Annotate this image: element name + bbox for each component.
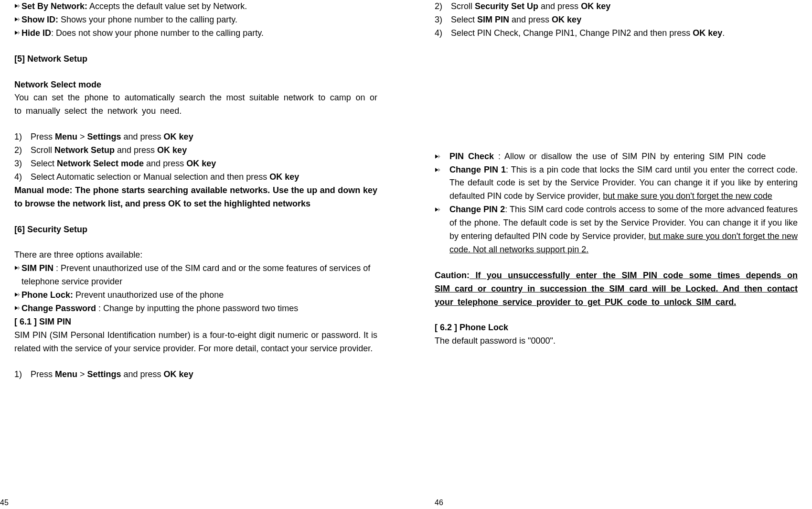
section-6-2-body: The default password is "0000". (435, 335, 798, 348)
arrow-icon (14, 30, 21, 36)
arrow-icon (435, 167, 441, 173)
pin-bullets: PIN Check : Allow or disallow the use of… (435, 150, 798, 257)
list-item: 2)Scroll Network Setup and press OK key (14, 144, 377, 157)
bullet-text: Change PIN 2: This SIM card code control… (449, 203, 798, 257)
list-item: 4)Select PIN Check, Change PIN1, Change … (435, 27, 798, 40)
page-number: 45 (0, 497, 9, 509)
bullet-change-password: Change Password : Change by inputting th… (14, 302, 377, 315)
section-5-heading: [5] Network Setup (14, 53, 377, 66)
page-right: 2)Scroll Security Set Up and press OK ke… (406, 0, 812, 509)
section-6-2-heading: [ 6.2 ] Phone Lock (435, 321, 798, 335)
bullet-change-pin2: Change PIN 2: This SIM card code control… (435, 203, 798, 257)
network-select-mode-body: You can set the phone to automatically s… (14, 91, 377, 118)
bullet-text: Phone Lock: Prevent unauthorized use of … (21, 289, 224, 302)
list-item: 4)Select Automatic selection or Manual s… (14, 171, 377, 184)
arrow-icon (435, 153, 441, 160)
arrow-icon (14, 3, 21, 9)
bullet-hide-id: Hide ID: Does not show your phone number… (14, 27, 377, 40)
network-steps: 1)Press Menu > Settings and press OK key… (14, 130, 377, 184)
list-item: 3)Select Network Select mode and press O… (14, 157, 377, 171)
bullet-text: Change PIN 1: This is a pin code that lo… (449, 163, 798, 204)
bullet-set-by-network: Set By Network: Accepts the default valu… (14, 0, 377, 13)
section-6-1-body: SIM PIN (SIM Personal Identification num… (14, 329, 377, 356)
list-item: 1)Press Menu > Settings and press OK key (14, 368, 377, 381)
bullet-pin-check: PIN Check : Allow or disallow the use of… (435, 150, 798, 163)
bullet-text: Show ID: Shows your phone number to the … (21, 13, 237, 27)
bullet-text: PIN Check : Allow or disallow the use of… (449, 150, 798, 163)
arrow-icon (14, 16, 21, 22)
caution-block: Caution: If you unsuccessfully enter the… (435, 269, 798, 309)
bullet-text: Hide ID: Does not show your phone number… (21, 27, 264, 40)
manual-mode-note: Manual mode: The phone starts searching … (14, 184, 377, 211)
bullet-text: SIM PIN : Prevent unauthorized use of th… (21, 262, 377, 289)
bullet-sim-pin: SIM PIN : Prevent unauthorized use of th… (14, 262, 377, 289)
page-left: Set By Network: Accepts the default valu… (0, 0, 406, 509)
simpin-steps-cont: 2)Scroll Security Set Up and press OK ke… (435, 0, 798, 40)
bullet-text: Change Password : Change by inputting th… (21, 302, 298, 315)
list-item: 1)Press Menu > Settings and press OK key (14, 130, 377, 144)
simpin-steps: 1)Press Menu > Settings and press OK key (14, 368, 377, 381)
section-6-1-heading: [ 6.1 ] SIM PIN (14, 315, 377, 329)
arrow-icon (435, 206, 441, 213)
bullet-phone-lock: Phone Lock: Prevent unauthorized use of … (14, 289, 377, 302)
arrow-icon (14, 265, 21, 271)
list-item: 3)Select SIM PIN and press OK key (435, 13, 798, 27)
bullet-show-id: Show ID: Shows your phone number to the … (14, 13, 377, 27)
bullet-change-pin1: Change PIN 1: This is a pin code that lo… (435, 163, 798, 204)
section-6-heading: [6] Security Setup (14, 223, 377, 237)
network-select-mode-heading: Network Select mode (14, 78, 377, 92)
list-item: 2)Scroll Security Set Up and press OK ke… (435, 0, 798, 13)
bullet-text: Set By Network: Accepts the default valu… (21, 0, 247, 13)
arrow-icon (14, 292, 21, 298)
page-number: 46 (435, 497, 443, 509)
three-options-intro: There are three options available: (14, 249, 377, 262)
arrow-icon (14, 305, 21, 311)
